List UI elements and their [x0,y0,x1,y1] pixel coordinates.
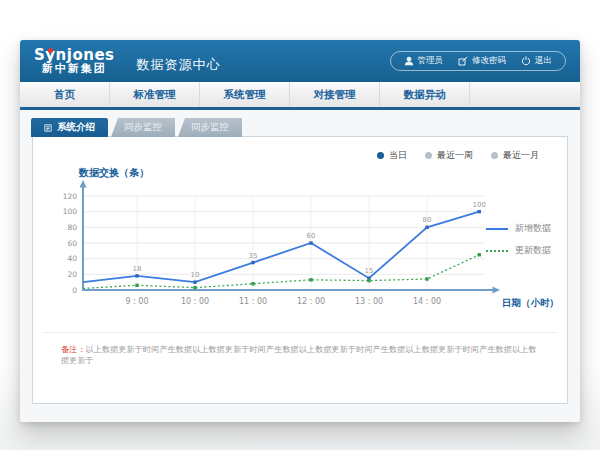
legend-line-sample [486,228,508,230]
user-menu-item-label: 管理员 [418,55,444,67]
data-point-marker [367,279,370,282]
x-tick-label: 11 : 00 [239,297,267,306]
radio-dot [377,152,384,159]
y-tick-label: 0 [72,286,77,295]
radio-option-当日[interactable]: 当日 [377,149,407,162]
user-menu-item-change-password[interactable]: 修改密码 [458,55,506,67]
time-range-filter: 当日最近一周最近一月 [33,137,567,164]
chart-legend: 新增数据更新数据 [486,222,551,266]
document-icon [44,124,52,132]
y-tick-label: 120 [63,192,78,201]
data-point-label: 80 [423,216,432,224]
chart-area: 9 : 0010 : 0011 : 0012 : 0013 : 0014 : 0… [33,166,567,324]
data-point-marker [135,284,138,287]
edit-icon [458,56,468,66]
radio-label: 当日 [389,149,407,162]
series-line-更新数据 [83,255,479,289]
note-label: 备注： [61,345,86,354]
data-point-marker [251,261,254,264]
tab-label: 系统介绍 [57,121,95,134]
data-point-marker [478,210,481,213]
y-axis-title: 数据交换（条） [78,167,149,178]
y-tick-label: 40 [67,254,77,263]
x-tick-label: 10 : 00 [181,297,209,306]
tab-bar: 系统介绍同步监控同步监控 [20,118,580,137]
logo-accent-dot [48,48,53,53]
tab-系统介绍-0[interactable]: 系统介绍 [31,118,108,137]
radio-option-最近一周[interactable]: 最近一周 [425,149,473,162]
nav-item-标准管理[interactable]: 标准管理 [110,82,200,107]
nav-item-系统管理[interactable]: 系统管理 [200,82,290,107]
legend-label: 新增数据 [515,222,551,235]
data-point-label: 18 [133,265,142,273]
page-title: 数据资源中心 [137,56,221,74]
y-tick-label: 100 [63,207,78,216]
logo-company-name: 新中新集团 [34,63,115,75]
series-line-新增数据 [83,212,479,283]
data-point-label: 100 [473,201,486,209]
user-menu-item-label: 退出 [535,55,552,67]
radio-label: 最近一月 [503,149,539,162]
main-nav: 首页标准管理系统管理对接管理数据异动 [20,82,580,110]
chart-panel: 当日最近一周最近一月 9 : 0010 : 0011 : 0012 : 0013… [32,136,568,404]
tab-label: 同步监控 [191,121,229,134]
nav-item-首页[interactable]: 首页 [20,82,110,107]
x-axis-title: 日期（小时） [502,297,559,309]
y-tick-label: 20 [67,270,77,279]
x-tick-label: 13 : 00 [355,297,383,306]
logo-brand-text: Synjones [34,47,115,64]
user-menu: 管理员修改密码退出 [390,51,567,71]
y-tick-label: 80 [67,223,77,232]
radio-dot [491,152,498,159]
logo: Synjones 新中新集团 [34,47,115,76]
x-axis-arrow [493,287,501,294]
data-point-marker [425,277,428,280]
data-point-marker [309,241,312,244]
footer-note: 备注：以上数据更新于时间产生数据以上数据更新于时间产生数据以上数据更新于时间产生… [43,332,557,366]
legend-label: 更新数据 [515,244,551,257]
content-area: 系统介绍同步监控同步监控 当日最近一周最近一月 9 : 0010 : 0011 … [20,110,580,422]
user-icon [404,56,414,66]
x-tick-label: 9 : 00 [125,297,148,306]
nav-item-对接管理[interactable]: 对接管理 [290,82,380,107]
data-point-label: 10 [191,271,200,279]
data-point-marker [478,253,481,256]
user-menu-item-logout[interactable]: 退出 [521,55,552,67]
legend-line-sample [486,250,508,252]
legend-item-新增数据: 新增数据 [486,222,551,235]
tab-同步监控-2[interactable]: 同步监控 [178,118,242,137]
data-point-marker [425,226,428,229]
data-point-marker [251,282,254,285]
radio-option-最近一月[interactable]: 最近一月 [491,149,539,162]
radio-label: 最近一周 [437,149,473,162]
app-header: Synjones 新中新集团 数据资源中心 管理员修改密码退出 [20,40,580,82]
desktop-background: Synjones 新中新集团 数据资源中心 管理员修改密码退出 首页标准管理系统… [0,0,600,450]
tab-同步监控-1[interactable]: 同步监控 [111,118,175,137]
data-point-marker [193,280,196,283]
data-point-label: 35 [249,252,258,260]
data-point-label: 15 [365,267,374,275]
legend-item-更新数据: 更新数据 [486,244,551,257]
data-point-marker [135,274,138,277]
data-point-marker [193,286,196,289]
nav-item-数据异动[interactable]: 数据异动 [380,82,470,107]
tab-label: 同步监控 [124,121,162,134]
user-menu-item-label: 修改密码 [472,55,506,67]
app-window: Synjones 新中新集团 数据资源中心 管理员修改密码退出 首页标准管理系统… [20,40,580,422]
user-menu-item-account[interactable]: 管理员 [404,55,444,67]
y-tick-label: 60 [67,239,77,248]
x-tick-label: 12 : 00 [297,297,325,306]
x-tick-label: 14 : 00 [413,297,441,306]
logout-icon [521,56,531,66]
data-point-label: 60 [307,232,316,240]
radio-dot [425,152,432,159]
data-point-marker [309,278,312,281]
y-axis-arrow [80,180,87,188]
note-text: 以上数据更新于时间产生数据以上数据更新于时间产生数据以上数据更新于时间产生数据以… [61,345,537,365]
